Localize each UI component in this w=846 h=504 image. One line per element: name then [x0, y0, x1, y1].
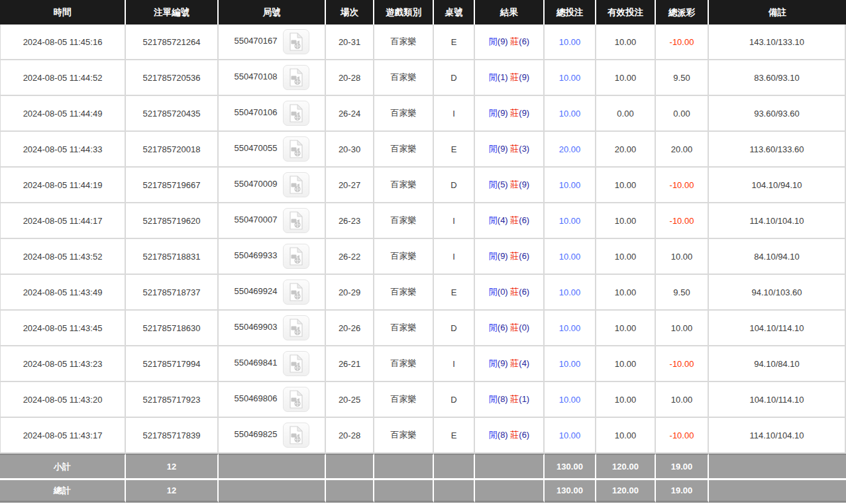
table-row: 2024-08-05 11:44:52 521785720536 5504701… [0, 60, 846, 96]
cell-result: 閒(9) 莊(6) [475, 239, 545, 275]
cell-session: 26-22 [326, 239, 374, 275]
result-player-label: 閒 [489, 430, 498, 440]
video-file-icon[interactable] [283, 101, 309, 126]
table-row: 2024-08-05 11:44:49 521785720435 5504701… [0, 96, 846, 132]
result-banker-label: 莊 [510, 72, 519, 82]
table-row: 2024-08-05 11:43:17 521785717839 5504698… [0, 418, 846, 454]
result-banker-score: (6) [519, 251, 529, 261]
cell-total-bet: 10.00 [545, 96, 596, 132]
result-banker-score: (6) [519, 430, 529, 440]
table-row: 2024-08-05 11:45:16 521785721264 5504701… [0, 25, 846, 60]
cell-result: 閒(9) 莊(9) [475, 96, 545, 132]
video-file-icon[interactable] [283, 65, 309, 90]
round-id-text: 550469924 [234, 286, 277, 296]
cell-remark: 83.60/93.10 [709, 60, 846, 96]
cell-remark: 114.10/104.10 [709, 418, 846, 454]
result-player-score: (5) [498, 179, 508, 189]
video-file-icon[interactable] [283, 208, 309, 233]
cell-session: 20-28 [326, 418, 374, 454]
result-banker-score: (0) [519, 323, 529, 332]
cell-bet-id: 521785718831 [126, 239, 219, 275]
cell-round-id: 550469841 [219, 346, 326, 382]
cell-remark: 93.60/93.60 [709, 96, 846, 132]
video-file-icon[interactable] [283, 136, 309, 162]
cell-table-no: I [434, 96, 475, 132]
total-empty-round [219, 478, 326, 503]
cell-bet-id: 521785718737 [126, 275, 219, 311]
cell-payout: 10.00 [656, 311, 709, 346]
result-player-score: (4) [498, 215, 508, 225]
total-total-bet: 130.00 [545, 478, 596, 503]
cell-remark: 114.10/104.10 [709, 203, 846, 239]
cell-time: 2024-08-05 11:44:17 [0, 203, 126, 239]
result-player-score: (9) [498, 358, 508, 368]
bet-records-table: 時間 注單編號 局號 場次 遊戲類別 桌號 結果 總投注 有效投注 總派彩 備註… [0, 0, 846, 503]
result-banker-score: (9) [519, 72, 529, 82]
result-player-score: (9) [498, 251, 508, 261]
cell-game-type: 百家樂 [374, 25, 434, 60]
table-footer: 小計 12 130.00 120.00 19.00 總計 12 [0, 454, 846, 503]
total-empty-result [475, 478, 545, 503]
cell-time: 2024-08-05 11:43:49 [0, 275, 126, 311]
total-empty-session [326, 478, 374, 503]
cell-game-type: 百家樂 [374, 275, 434, 311]
subtotal-empty-session [326, 454, 374, 478]
cell-result: 閒(1) 莊(9) [475, 60, 545, 96]
subtotal-row: 小計 12 130.00 120.00 19.00 [0, 454, 846, 478]
table-row: 2024-08-05 11:44:19 521785719667 5504700… [0, 168, 846, 203]
result-banker-label: 莊 [510, 36, 519, 46]
result-player-label: 閒 [489, 287, 498, 297]
cell-total-bet: 10.00 [545, 382, 596, 418]
subtotal-label: 小計 [0, 454, 126, 478]
cell-session: 26-21 [326, 346, 374, 382]
cell-remark: 94.10/84.10 [709, 346, 846, 382]
cell-time: 2024-08-05 11:44:52 [0, 60, 126, 96]
cell-table-no: E [434, 275, 475, 311]
total-valid-bet: 120.00 [596, 478, 656, 503]
video-file-icon[interactable] [283, 244, 309, 269]
cell-time: 2024-08-05 11:45:16 [0, 25, 126, 60]
cell-remark: 104.10/94.10 [709, 168, 846, 203]
result-banker-label: 莊 [510, 251, 519, 261]
subtotal-empty-table-no [434, 454, 475, 478]
result-player-score: (6) [498, 323, 508, 332]
cell-game-type: 百家樂 [374, 96, 434, 132]
round-id-text: 550469825 [234, 429, 277, 439]
cell-payout: 10.00 [656, 382, 709, 418]
cell-game-type: 百家樂 [374, 168, 434, 203]
video-file-icon[interactable] [283, 315, 309, 340]
cell-payout: -10.00 [656, 25, 709, 60]
table-row: 2024-08-05 11:44:17 521785719620 5504700… [0, 203, 846, 239]
result-player-score: (9) [498, 144, 508, 154]
cell-table-no: D [434, 311, 475, 346]
cell-game-type: 百家樂 [374, 203, 434, 239]
cell-payout: -10.00 [656, 418, 709, 454]
cell-result: 閒(4) 莊(6) [475, 203, 545, 239]
video-file-icon[interactable] [283, 423, 309, 448]
video-file-icon[interactable] [283, 387, 309, 412]
result-player-score: (9) [498, 36, 508, 46]
video-file-icon[interactable] [283, 29, 309, 54]
video-file-icon[interactable] [283, 279, 309, 305]
cell-valid-bet: 20.00 [596, 132, 656, 168]
total-empty-game-type [374, 478, 434, 503]
result-player-score: (8) [498, 394, 508, 404]
result-banker-score: (6) [519, 287, 529, 297]
video-file-icon[interactable] [283, 172, 309, 197]
video-file-icon[interactable] [283, 351, 309, 376]
cell-round-id: 550470108 [219, 60, 326, 96]
cell-round-id: 550470106 [219, 96, 326, 132]
cell-total-bet: 10.00 [545, 168, 596, 203]
table-body: 2024-08-05 11:45:16 521785721264 5504701… [0, 25, 846, 454]
cell-game-type: 百家樂 [374, 311, 434, 346]
cell-session: 26-24 [326, 96, 374, 132]
cell-valid-bet: 10.00 [596, 275, 656, 311]
cell-valid-bet: 10.00 [596, 203, 656, 239]
cell-table-no: E [434, 132, 475, 168]
cell-bet-id: 521785718630 [126, 311, 219, 346]
cell-session: 26-23 [326, 203, 374, 239]
round-id-text: 550470055 [234, 143, 277, 153]
result-player-score: (0) [498, 287, 508, 297]
cell-payout: -10.00 [656, 203, 709, 239]
result-banker-label: 莊 [510, 179, 519, 189]
